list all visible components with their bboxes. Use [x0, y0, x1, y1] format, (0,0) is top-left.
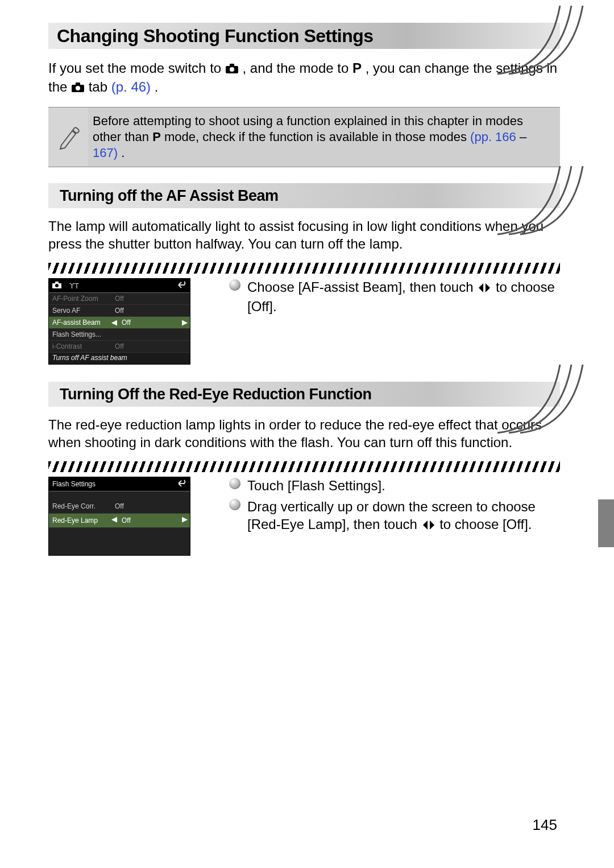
section-title: Turning Off the Red-Eye Reduction Functi… — [48, 382, 371, 407]
text-run: Touch [Flash Settings]. — [247, 478, 385, 493]
menu-spacer — [49, 542, 190, 555]
camera-menu-screenshot: Flash Settings Red-Eye Corr. Off Red-Eye… — [48, 477, 219, 556]
bullet-icon — [229, 279, 240, 291]
right-arrow-icon: ▶ — [182, 318, 188, 326]
page-reference[interactable]: 167) — [93, 146, 118, 160]
page-number: 145 — [533, 816, 557, 834]
menu-value: Off — [115, 319, 186, 326]
section-body: The red-eye reduction lamp lights in ord… — [48, 416, 560, 451]
section-body: The lamp will automatically light to ass… — [48, 217, 560, 253]
left-arrow-icon: ◀ — [111, 318, 117, 326]
tools-tab-icon: ϒT — [69, 282, 79, 290]
bullet-icon — [229, 499, 240, 510]
svg-rect-1 — [230, 64, 234, 67]
text-run: . — [121, 146, 125, 160]
text-run: tab — [89, 79, 111, 94]
svg-point-8 — [55, 284, 59, 287]
text-run: . — [155, 79, 159, 94]
text-run: to choose [Off]. — [439, 516, 532, 532]
text-run: If you set the mode switch to — [48, 60, 225, 76]
text-run: – — [520, 130, 526, 144]
svg-rect-4 — [76, 82, 80, 85]
page-reference[interactable]: (pp. 166 — [470, 130, 516, 144]
menu-label: i-Contrast — [52, 342, 115, 350]
menu-row: Red-Eye Corr. Off — [49, 499, 190, 514]
menu-spacer — [49, 528, 190, 542]
menu-row: AF-Point Zoom Off — [49, 293, 190, 305]
left-right-arrows-icon — [421, 517, 436, 535]
page-title: Changing Shooting Function Settings — [48, 23, 374, 49]
menu-title: Flash Settings — [52, 480, 96, 488]
menu-label: Servo AF — [52, 307, 115, 315]
menu-label: Red-Eye Corr. — [52, 502, 115, 510]
menu-value: Off — [115, 502, 186, 510]
menu-footer: Turns off AF assist beam — [49, 353, 190, 364]
left-arrow-icon: ◀ — [111, 515, 117, 523]
menu-row: i-Contrast Off — [49, 341, 190, 353]
text-run: Choose [AF-assist Beam], then touch — [247, 279, 477, 295]
mode-p-letter: P — [152, 130, 161, 144]
menu-value: Off — [115, 516, 186, 524]
menu-value: Off — [115, 295, 186, 303]
svg-rect-7 — [55, 282, 59, 284]
menu-row: Servo AF Off — [49, 305, 190, 317]
page-title-bar: Changing Shooting Function Settings — [48, 23, 560, 49]
section-heading: Turning Off the Red-Eye Reduction Functi… — [48, 382, 560, 407]
camera-icon — [71, 79, 85, 97]
slash-divider — [48, 263, 560, 274]
cam-tab-bar: Flash Settings — [49, 477, 190, 491]
menu-row: Flash Settings... — [49, 329, 190, 341]
menu-label: Flash Settings... — [52, 330, 115, 338]
hint-box: Before attempting to shoot using a funct… — [48, 107, 560, 167]
mode-p-letter: P — [352, 60, 362, 76]
text-run: mode, check if the function is available… — [164, 130, 470, 144]
svg-point-5 — [76, 86, 80, 90]
right-arrow-icon: ▶ — [182, 515, 188, 523]
menu-value: Off — [115, 342, 186, 350]
svg-point-2 — [230, 67, 234, 72]
cam-tab-bar: ϒT — [49, 279, 190, 293]
menu-row-selected: AF-assist Beam ◀ Off ▶ — [49, 317, 190, 329]
back-icon — [176, 480, 186, 489]
bullet-icon — [229, 478, 240, 489]
camera-tab-icon — [52, 282, 61, 290]
intro-paragraph: If you set the mode switch to , and the … — [48, 59, 560, 97]
left-right-arrows-icon — [477, 280, 492, 297]
back-icon — [176, 281, 186, 291]
menu-label: AF-assist Beam — [52, 319, 115, 326]
section-tab-marker — [598, 499, 614, 547]
menu-value: Off — [115, 307, 186, 315]
menu-spacer — [49, 491, 190, 499]
menu-row-selected: Red-Eye Lamp ◀ Off ▶ — [49, 514, 190, 528]
instruction-item: Drag vertically up or down the screen to… — [229, 498, 560, 535]
text-run: , and the mode to — [243, 60, 352, 76]
menu-label: Red-Eye Lamp — [52, 516, 115, 524]
hint-text: Before attempting to shoot using a funct… — [88, 108, 560, 167]
slash-divider — [48, 461, 560, 472]
instruction-item: Touch [Flash Settings]. — [229, 477, 560, 494]
menu-label: AF-Point Zoom — [52, 295, 115, 303]
instruction-item: Choose [AF-assist Beam], then touch to c… — [229, 278, 560, 315]
section-title: Turning off the AF Assist Beam — [48, 183, 279, 208]
camera-icon — [225, 60, 239, 78]
pencil-icon — [48, 108, 88, 167]
section-heading: Turning off the AF Assist Beam — [48, 183, 560, 208]
page-reference[interactable]: (p. 46) — [111, 79, 151, 94]
camera-menu-screenshot: ϒT AF-Point Zoom Off Servo AF Off AF-ass… — [48, 278, 219, 365]
